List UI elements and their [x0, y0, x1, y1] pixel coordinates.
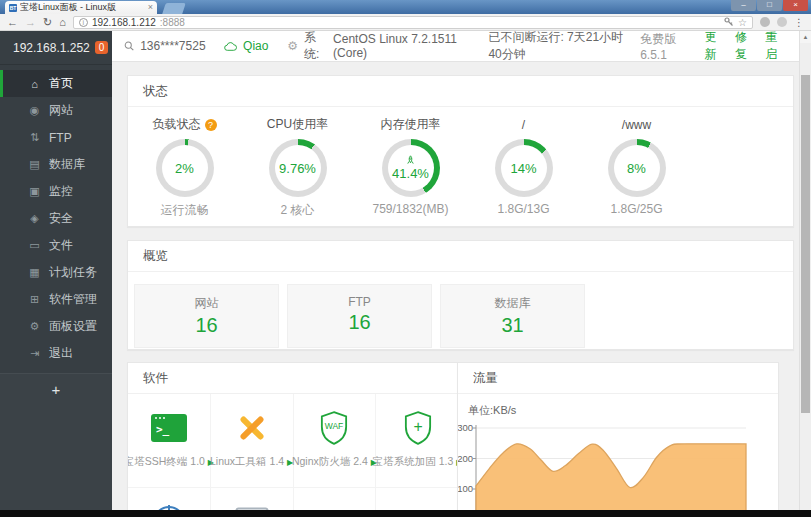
tab-title: 宝塔Linux面板 - Linux版	[20, 1, 145, 14]
uptime-text: 已不间断运行: 7天21小时40分钟	[488, 29, 634, 63]
software-card-title: 软件	[128, 363, 459, 394]
sidebar-menu: ⌂ 首页 ◉ 网站 ⇅ FTP ▤ 数据库 ▣ 监控 ◈ 安全 ▭ 文件 ▦ 计…	[0, 65, 112, 367]
shield-icon: ◈	[28, 212, 41, 225]
logout-icon: ⇥	[28, 347, 41, 360]
server-ip: 192.168.1.252	[13, 41, 90, 55]
sidebar-item-home[interactable]: ⌂ 首页	[0, 70, 112, 97]
terminal-icon: >_	[151, 414, 187, 442]
gauge-cpu: CPU使用率 9.76% 2 核心	[241, 116, 354, 219]
key-icon[interactable]	[724, 17, 734, 27]
gauge-sublabel: 759/1832(MB)	[354, 202, 467, 216]
calendar-icon: ▦	[28, 266, 41, 279]
url-host: 192.168.1.212	[92, 17, 156, 28]
gauge-sublabel: 运行流畅	[128, 202, 241, 219]
svg-text:+: +	[413, 418, 422, 435]
gauge-sublabel: 1.8G/13G	[467, 202, 580, 216]
bookmark-star-icon[interactable]: ☆	[738, 17, 747, 28]
window-maximize-button[interactable]: □	[757, 0, 782, 11]
browser-titlebar: BT 宝塔Linux面板 - Linux版 × – □ ×	[0, 0, 811, 14]
gauges-row: 负载状态 ? 2% 运行流畅 CPU使用率 9.76% 2 核心 内存使用率	[128, 107, 793, 219]
window-minimize-button[interactable]: –	[731, 0, 756, 11]
cloud-account-name[interactable]: Qiao	[243, 39, 268, 53]
search-icon[interactable]	[124, 40, 134, 52]
globe-icon: ◉	[28, 104, 41, 117]
window-close-button[interactable]: ×	[783, 0, 808, 11]
system-gear-icon: ⚙	[287, 39, 298, 53]
back-icon[interactable]: ←	[7, 17, 18, 28]
gauge-load: 负载状态 ? 2% 运行流畅	[128, 116, 241, 219]
sidebar-item-logout[interactable]: ⇥ 退出	[0, 340, 112, 367]
software-item-system-hardening[interactable]: + 宝塔系统加固 1.3 ▶	[376, 394, 459, 487]
sidebar: 192.168.1.252 0 ⌂ 首页 ◉ 网站 ⇅ FTP ▤ 数据库 ▣ …	[0, 31, 112, 510]
toolbox-icon	[234, 410, 270, 446]
root-disk-gauge-ring: 14%	[495, 139, 553, 197]
sidebar-item-security[interactable]: ◈ 安全	[0, 205, 112, 232]
svg-text:WAF: WAF	[325, 421, 344, 431]
url-port: :8888	[160, 17, 185, 28]
overview-ftp-box[interactable]: FTP 16	[287, 284, 432, 348]
update-button[interactable]: 更新	[705, 29, 724, 63]
address-bar[interactable]: i 192.168.1.212 :8888 ☆	[73, 16, 753, 29]
traffic-unit-label: 单位:KB/s	[458, 394, 778, 418]
page-scrollbar[interactable]: ▲	[799, 31, 811, 510]
overview-card: 概览 网站 16 FTP 16 数据库 31	[127, 240, 794, 350]
folder-icon: ▭	[28, 239, 41, 252]
forward-icon[interactable]: →	[25, 17, 36, 28]
www-disk-gauge-ring: 8%	[608, 139, 666, 197]
software-item-partial-2[interactable]	[211, 488, 294, 510]
add-shortcut-button[interactable]: +	[52, 381, 61, 398]
scrollbar-up-arrow[interactable]: ▲	[800, 31, 811, 43]
system-label: 系统:	[304, 29, 327, 63]
database-icon: ▤	[28, 158, 41, 171]
svg-text:200: 200	[458, 453, 473, 464]
page-info-icon[interactable]: i	[79, 18, 88, 27]
cloud-icon	[224, 41, 237, 52]
software-item-linux-toolbox[interactable]: Linux工具箱 1.4 ▶	[211, 394, 294, 487]
sidebar-item-database[interactable]: ▤ 数据库	[0, 151, 112, 178]
traffic-card: 流量 单位:KB/s 100200300	[457, 362, 779, 510]
account-phone[interactable]: 136****7525	[140, 39, 205, 53]
monitor-chart-icon: ▣	[28, 185, 41, 198]
sidebar-item-files[interactable]: ▭ 文件	[0, 232, 112, 259]
overview-website-box[interactable]: 网站 16	[134, 284, 279, 348]
message-badge[interactable]: 0	[95, 41, 109, 54]
bt-favicon: BT	[9, 4, 17, 12]
scrollbar-thumb[interactable]	[801, 75, 810, 413]
home-icon: ⌂	[28, 78, 41, 90]
load-gauge-ring: 2%	[156, 139, 214, 197]
extension-icon[interactable]	[777, 17, 787, 27]
software-item-ssh-terminal[interactable]: >_ 宝塔SSH终端 1.0 ▶	[128, 394, 211, 487]
panel-header: 136****7525 Qiao ⚙ 系统: CentOS Linux 7.2.…	[112, 31, 799, 62]
gear-icon: ⚙	[28, 320, 41, 333]
extension-icon[interactable]	[760, 17, 770, 27]
status-card-title: 状态	[128, 76, 793, 107]
help-icon[interactable]: ?	[205, 119, 217, 131]
new-tab-button[interactable]	[162, 3, 186, 14]
overview-database-box[interactable]: 数据库 31	[440, 284, 585, 348]
software-item-nginx-waf[interactable]: WAF Nginx防火墙 2.4 ▶	[294, 394, 377, 487]
sidebar-item-website[interactable]: ◉ 网站	[0, 97, 112, 124]
window-bottom-edge	[0, 510, 811, 517]
restart-button[interactable]: 重启	[766, 29, 785, 63]
home-icon[interactable]: ⌂	[59, 17, 66, 28]
browser-menu-icon[interactable]: ⋮	[794, 17, 804, 28]
browser-tab[interactable]: BT 宝塔Linux面板 - Linux版 ×	[5, 1, 157, 14]
tab-close-icon[interactable]: ×	[148, 3, 153, 12]
status-card: 状态 负载状态 ? 2% 运行流畅 CPU使用率 9.76% 2 核心 内存使用…	[127, 75, 794, 227]
software-item-partial-1[interactable]	[128, 488, 211, 510]
main-content: 状态 负载状态 ? 2% 运行流畅 CPU使用率 9.76% 2 核心 内存使用…	[112, 62, 799, 510]
sidebar-footer: +	[0, 373, 112, 510]
sidebar-item-software[interactable]: ⊞ 软件管理	[0, 286, 112, 313]
gauge-sublabel: 2 核心	[241, 202, 354, 219]
sidebar-item-settings[interactable]: ⚙ 面板设置	[0, 313, 112, 340]
sidebar-item-monitor[interactable]: ▣ 监控	[0, 178, 112, 205]
system-value: CentOS Linux 7.2.1511 (Core)	[333, 32, 470, 60]
waf-shield-icon: WAF	[319, 411, 349, 445]
transfer-icon: ⇅	[28, 131, 41, 144]
sidebar-item-cron[interactable]: ▦ 计划任务	[0, 259, 112, 286]
sidebar-item-ftp[interactable]: ⇅ FTP	[0, 124, 112, 151]
panel-version: 免费版 6.5.1	[640, 31, 694, 62]
traffic-chart: 100200300	[458, 420, 758, 510]
reload-icon[interactable]: ↻	[43, 17, 52, 28]
repair-button[interactable]: 修复	[735, 29, 754, 63]
